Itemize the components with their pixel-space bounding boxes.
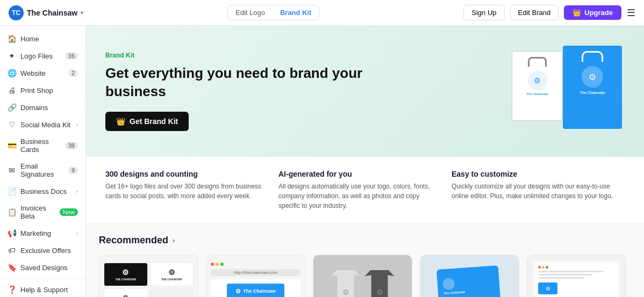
recommended-section: Recommended › ⚙ THE CHAINSAW ⚙ xyxy=(86,224,644,297)
help-icon: ❓ xyxy=(8,285,16,294)
feature-title: AI-generated for you xyxy=(278,170,441,178)
saved-designs-icon: 🔖 xyxy=(8,263,16,272)
tshirt-dark: ⚙ xyxy=(365,270,395,298)
email-content: ⚙ xyxy=(538,271,615,297)
feature-desc: Get 16+ logo files and over 300 designs … xyxy=(105,182,268,201)
home-icon: 🏠 xyxy=(8,34,16,43)
main-layout: 🏠 Home ✦ Logo Files 16 🌐 Website 2 🖨 Pri… xyxy=(0,26,644,297)
recommended-header: Recommended › xyxy=(99,235,631,246)
sidebar: 🏠 Home ✦ Logo Files 16 🌐 Website 2 🖨 Pri… xyxy=(0,26,86,297)
sidebar-item-invoices-beta[interactable]: 📋 Invoices Beta New xyxy=(0,200,85,224)
recommended-chevron-icon: › xyxy=(173,237,175,244)
top-nav: TC The Chainsaw ▾ Edit Logo Brand Kit Si… xyxy=(0,0,644,26)
logo-cell-outline: ⚙ THE CHAINSAW xyxy=(104,288,148,297)
sidebar-label: Website xyxy=(20,69,64,77)
crown-icon: 👑 xyxy=(573,9,581,17)
chevron-right-icon: › xyxy=(76,189,78,194)
chevron-right-icon: › xyxy=(76,230,78,236)
bag-brand-text-white: The Chainsaw xyxy=(526,92,548,97)
brand-selector[interactable]: TC The Chainsaw ▾ xyxy=(9,5,83,20)
hero-image: ⚙ The Chainsaw ⚙ The Chainsaw xyxy=(506,43,625,140)
sidebar-label: Business Cards xyxy=(20,137,61,154)
sidebar-label: Print Shop xyxy=(20,86,78,95)
email-logo-block: ⚙ xyxy=(538,282,557,294)
card-email-signatures[interactable]: ⚙ Email Signatures 9 branded designs xyxy=(527,255,626,297)
website-badge: 2 xyxy=(68,69,78,77)
sidebar-label: Saved Designs xyxy=(20,264,78,272)
email-line xyxy=(538,274,592,276)
hero-banner: Brand Kit Get everything you need to bra… xyxy=(86,26,644,157)
website-icon: 🌐 xyxy=(8,69,16,77)
website-preview: http://thechainsaw.com ⚙The Chainsaw xyxy=(206,255,305,297)
menu-button[interactable]: ☰ xyxy=(627,7,635,19)
brand-kit-tab[interactable]: Brand Kit xyxy=(273,5,319,20)
features-row: 300 designs and counting Get 16+ logo fi… xyxy=(86,157,644,224)
sidebar-item-email-signatures[interactable]: ✉ Email Signatures 9 xyxy=(0,158,85,183)
feature-ai: AI-generated for you All designs automat… xyxy=(278,170,452,211)
card-logo-files[interactable]: ⚙ THE CHAINSAW ⚙ THE CHAINSAW ⚙ THE CHAI… xyxy=(99,255,198,297)
get-brand-kit-button[interactable]: 👑 Get Brand Kit xyxy=(105,112,189,131)
print-shop-preview: ⚙ ⚙ xyxy=(313,255,412,297)
bag-logo-blue: ⚙ xyxy=(582,66,603,88)
sidebar-item-exclusive-offers[interactable]: 🏷 Exclusive Offers xyxy=(0,242,85,259)
feature-customize: Easy to customize Quickly customize all … xyxy=(452,170,625,211)
print-shop-icon: 🖨 xyxy=(8,86,16,95)
sidebar-item-business-docs[interactable]: 📄 Business Docs › xyxy=(0,183,85,200)
bizcard-container: The Chainsaw xyxy=(435,265,505,298)
logo-cell-dark: ⚙ THE CHAINSAW xyxy=(104,263,148,286)
sidebar-item-domains[interactable]: 🔗 Domains xyxy=(0,99,85,116)
upgrade-button[interactable]: 👑 Upgrade xyxy=(564,5,621,20)
signup-button[interactable]: Sign Up xyxy=(463,5,504,20)
bag-brand-text-blue: The Chainsaw xyxy=(579,90,605,95)
browser-dot-green xyxy=(220,263,224,266)
recommended-title: Recommended xyxy=(99,235,168,246)
sidebar-label: Home xyxy=(20,35,78,43)
sidebar-item-website[interactable]: 🌐 Website 2 xyxy=(0,64,85,82)
sidebar-item-business-cards[interactable]: 💳 Business Cards 38 xyxy=(0,133,85,158)
hero-tag: Brand Kit xyxy=(105,52,374,59)
crown-icon: 👑 xyxy=(116,117,125,126)
marketing-icon: 📢 xyxy=(8,229,16,237)
card-print-shop[interactable]: ⚙ ⚙ Print Shop hundreds of products xyxy=(313,255,412,297)
main-content: Brand Kit Get everything you need to bra… xyxy=(86,26,644,297)
tshirt-light: ⚙ xyxy=(331,270,361,298)
site-logo: ⚙The Chainsaw xyxy=(227,284,284,298)
feature-designs: 300 designs and counting Get 16+ logo fi… xyxy=(105,170,278,211)
social-media-icon: ♡ xyxy=(8,120,16,129)
bag-blue: ⚙ The Chainsaw xyxy=(563,46,622,129)
sidebar-item-social-media-kit[interactable]: ♡ Social Media Kit › xyxy=(0,116,85,133)
bizcard-circle xyxy=(442,277,455,289)
bag-logo-white: ⚙ xyxy=(528,71,547,90)
invoices-new-badge: New xyxy=(60,208,78,216)
edit-logo-tab[interactable]: Edit Logo xyxy=(228,5,273,20)
sidebar-item-saved-designs[interactable]: 🔖 Saved Designs xyxy=(0,259,85,276)
cards-row: ⚙ THE CHAINSAW ⚙ THE CHAINSAW ⚙ THE CHAI… xyxy=(99,255,631,297)
bizcard-back: The Chainsaw xyxy=(436,265,500,297)
hero-content: Brand Kit Get everything you need to bra… xyxy=(105,52,374,131)
invoices-icon: 📋 xyxy=(8,208,16,216)
sidebar-label: Logo Files xyxy=(20,52,61,60)
edit-brand-button[interactable]: Edit Brand xyxy=(510,5,559,20)
sidebar-item-home[interactable]: 🏠 Home xyxy=(0,30,85,47)
domains-icon: 🔗 xyxy=(8,103,16,112)
email-signatures-icon: ✉ xyxy=(8,166,16,175)
sidebar-label: Marketing xyxy=(20,229,72,237)
sidebar-label: Email Signatures xyxy=(20,162,64,178)
card-business-cards[interactable]: The Chainsaw Business Cards 38 branded d… xyxy=(420,255,519,297)
sidebar-item-print-shop[interactable]: 🖨 Print Shop xyxy=(0,82,85,99)
sidebar-label: Invoices Beta xyxy=(20,204,55,220)
sidebar-divider xyxy=(0,278,85,279)
sidebar-label: Help & Support xyxy=(20,286,78,294)
sidebar-item-help-support[interactable]: ❓ Help & Support xyxy=(0,281,85,297)
business-cards-badge: 38 xyxy=(65,142,78,149)
logo-files-badge: 16 xyxy=(65,52,78,60)
logo-files-icon: ✦ xyxy=(8,52,16,60)
sidebar-label: Social Media Kit xyxy=(20,121,72,129)
url-bar: http://thechainsaw.com xyxy=(211,269,300,276)
business-cards-icon: 💳 xyxy=(8,141,16,150)
sidebar-item-logo-files[interactable]: ✦ Logo Files 16 xyxy=(0,47,85,64)
card-website[interactable]: http://thechainsaw.com ⚙The Chainsaw xyxy=(206,255,305,297)
bizcard-text: The Chainsaw xyxy=(443,290,465,295)
sidebar-item-marketing[interactable]: 📢 Marketing › xyxy=(0,224,85,242)
brand-logo: TC xyxy=(9,5,24,20)
